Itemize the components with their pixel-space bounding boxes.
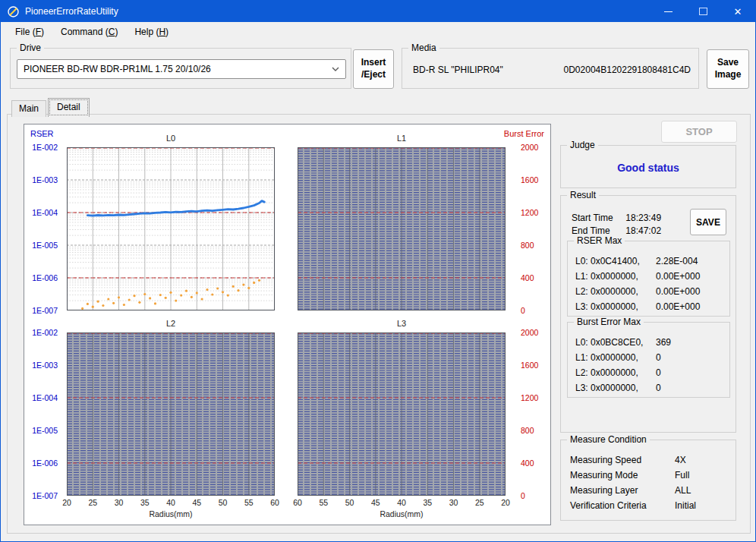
radius-tick-label: 40 [162, 498, 179, 507]
stop-button[interactable]: STOP [661, 121, 737, 143]
maximize-icon [699, 8, 707, 15]
rser-tick-label: 1E-003 [24, 361, 58, 370]
close-button[interactable]: ✕ [720, 1, 755, 22]
menu-command[interactable]: Command (C) [52, 24, 126, 40]
drive-select[interactable]: PIONEER BD-RW BDR-PR1ML 1.75 20/10/26 [17, 59, 346, 79]
burst-error-axis-label: Burst Error [504, 129, 544, 138]
maximize-button[interactable] [685, 1, 720, 22]
burst-error-max-group: Burst Error Max L0: 0x0BC8CE0,369 L1: 0x… [567, 322, 730, 398]
title-bar: PioneerErrorRateUtility ✕ [1, 1, 755, 22]
radius-tick-label: 20 [58, 498, 75, 507]
burst-error-tick-label: 1200 [521, 393, 538, 402]
radius-tick-label: 35 [137, 498, 153, 507]
chart-l1-title: L1 [298, 134, 506, 143]
result-group-label: Result [567, 190, 599, 200]
window-title: PioneerErrorRateUtility [25, 6, 118, 17]
burst-error-tick-label: 400 [521, 273, 534, 282]
app-icon [7, 5, 20, 18]
rser-tick-label: 1E-005 [24, 241, 58, 250]
menu-help[interactable]: Help (H) [126, 24, 177, 40]
chart-l1 [298, 147, 506, 310]
radius-tick-label: 50 [342, 498, 358, 507]
rser-max-row-l1: L1: 0x0000000,0.00E+000 [575, 271, 725, 282]
rser-tick-label: 1E-003 [24, 175, 58, 184]
tab-strip: Main Detail [11, 98, 91, 117]
rser-tick-label: 1E-007 [24, 491, 58, 500]
window-controls: ✕ [650, 1, 755, 22]
burst-max-row-l1: L1: 0x0000000,0 [575, 352, 725, 363]
save-image-label-line2: Image [715, 69, 742, 81]
x-axis-ticks-l3: 605550454035302520 [298, 498, 506, 508]
radius-tick-label: 55 [315, 498, 332, 507]
burst-max-row-l3: L3: 0x0000000,0 [575, 383, 725, 393]
menu-bar: File (F) Command (C) Help (H) [1, 22, 755, 42]
drive-group-label: Drive [17, 43, 44, 53]
burst-error-tick-label: 1600 [521, 175, 538, 184]
burst-max-row-l2: L2: 0x0000000,0 [575, 367, 725, 378]
rser-tick-label: 1E-002 [24, 328, 58, 337]
start-time-label: Start Time [572, 213, 623, 223]
rser-max-row-l0: L0: 0x0C41400,2.28E-004 [575, 256, 725, 266]
save-button[interactable]: SAVE [690, 209, 726, 235]
rser-axis-label: RSER [30, 129, 54, 138]
chart-l3 [298, 332, 506, 496]
result-group: Result Start Time 18:23:49 End Time 18:4… [560, 195, 736, 433]
measure-row-layer: Measuring LayerALL [570, 485, 729, 496]
insert-eject-label-line2: /Eject [361, 69, 386, 81]
rser-tick-label: 1E-005 [24, 426, 58, 435]
insert-eject-button[interactable]: Insert /Eject [353, 49, 394, 89]
radius-tick-label: 35 [419, 498, 436, 507]
media-disc-id: 0D02004B1202291808481C4D [564, 65, 691, 75]
judge-group-label: Judge [567, 140, 598, 150]
chart-l3-title: L3 [298, 319, 506, 328]
radius-tick-label: 30 [446, 498, 462, 507]
x-axis-ticks-l2: 202530354045505560 [67, 498, 275, 508]
start-time-row: Start Time 18:23:49 [572, 213, 661, 223]
rser-max-group: RSER Max L0: 0x0C41400,2.28E-004 L1: 0x0… [567, 241, 730, 317]
rser-max-row-l2: L2: 0x0000000,0.00E+000 [575, 286, 725, 297]
radius-tick-label: 45 [367, 498, 384, 507]
save-image-label-line1: Save [717, 57, 739, 69]
measure-condition-group: Measure Condition Measuring Speed4X Meas… [560, 440, 736, 521]
chart-l2 [67, 332, 275, 496]
burst-error-max-group-label: Burst Error Max [574, 317, 644, 327]
rser-tick-label: 1E-004 [24, 393, 58, 402]
burst-error-tick-label: 2000 [521, 328, 538, 337]
burst-error-tick-label: 800 [521, 426, 534, 435]
radius-tick-label: 20 [497, 498, 514, 507]
burst-error-tick-label: 2000 [521, 143, 538, 152]
radius-tick-label: 60 [289, 498, 306, 507]
drive-group: Drive PIONEER BD-RW BDR-PR1ML 1.75 20/10… [10, 48, 351, 89]
menu-file[interactable]: File (F) [7, 24, 52, 40]
save-image-button[interactable]: Save Image [707, 49, 749, 89]
burst-error-tick-label: 800 [521, 241, 534, 250]
rser-tick-label: 1E-006 [24, 273, 58, 282]
radius-tick-label: 50 [215, 498, 232, 507]
x-axis-label-l3: Radius(mm) [298, 509, 506, 518]
y-axis-burst-ticks-row2: 2000160012008004000 [519, 332, 551, 496]
tab-main[interactable]: Main [11, 100, 46, 117]
radius-tick-label: 45 [188, 498, 205, 507]
chart-l2-title: L2 [67, 319, 275, 328]
rser-tick-label: 1E-004 [24, 208, 58, 217]
radius-tick-label: 40 [393, 498, 410, 507]
burst-error-tick-label: 1200 [521, 208, 538, 217]
rser-max-group-label: RSER Max [574, 235, 625, 246]
measure-condition-group-label: Measure Condition [567, 434, 650, 445]
chevron-down-icon [332, 67, 339, 71]
measure-row-criteria: Verification CriteriaInitial [570, 500, 729, 511]
right-panel: STOP Judge Good status Result Start Time… [559, 118, 741, 532]
judge-group: Judge Good status [560, 145, 736, 188]
y-axis-rser-ticks-row2: 1E-0021E-0031E-0041E-0051E-0061E-007 [24, 332, 62, 496]
measure-row-mode: Measuring ModeFull [570, 470, 729, 481]
rser-tick-label: 1E-007 [24, 306, 58, 315]
media-info: BD-R SL "PHILIPR04" 0D02004B120229180848… [413, 65, 691, 75]
measure-row-speed: Measuring Speed4X [570, 455, 729, 465]
app-window: PioneerErrorRateUtility ✕ File (F) Comma… [0, 0, 756, 542]
minimize-button[interactable] [650, 1, 685, 22]
tab-detail[interactable]: Detail [48, 98, 90, 117]
burst-error-tick-label: 1600 [521, 361, 538, 370]
media-group-label: Media [408, 43, 439, 53]
burst-error-tick-label: 0 [521, 306, 525, 315]
rser-tick-label: 1E-006 [24, 458, 58, 468]
